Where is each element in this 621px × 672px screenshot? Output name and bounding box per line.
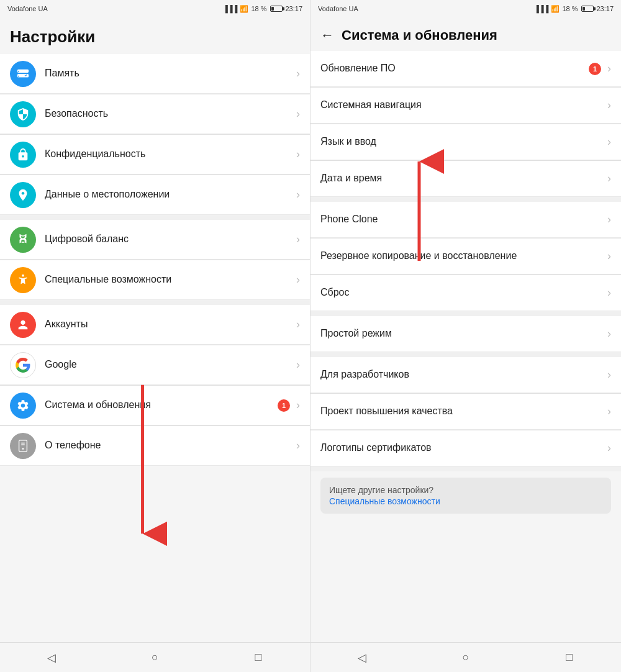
right-item-navigation[interactable]: Системная навигация › [310,88,621,124]
location-label: Данные о местоположении [45,188,294,201]
datetime-label: Дата и время [320,172,605,185]
backup-label: Резервное копирование и восстановление [320,250,605,263]
right-item-datetime[interactable]: Дата и время › [310,161,621,197]
quality-chevron: › [607,405,611,418]
location-chevron: › [296,188,300,201]
accounts-label: Аккаунты [45,318,294,331]
privacy-chevron: › [296,148,300,161]
certificates-chevron: › [607,442,611,455]
left-carrier: Vodafone UA [7,5,48,12]
digital-chevron: › [296,233,300,246]
right-item-reset[interactable]: Сброс › [310,275,621,311]
about-chevron: › [296,439,300,452]
svg-point-4 [22,448,24,450]
right-wifi-icon: 📶 [551,5,560,13]
storage-icon [10,61,36,87]
right-item-quality[interactable]: Проект повышения качества › [310,394,621,430]
storage-chevron: › [296,67,300,80]
accounts-icon [10,312,36,338]
list-item-location[interactable]: Данные о местоположении › [0,175,310,215]
right-header: ← Система и обновления [310,17,621,51]
right-signal-icon: ▐▐▐ [534,5,548,12]
list-item-storage[interactable]: Память › [0,54,310,94]
right-item-simple[interactable]: Простой режим › [310,316,621,352]
left-settings-list: Память › Безопасность › Конфиденциальнос… [0,54,310,642]
left-nav-back[interactable]: ◁ [37,643,66,673]
right-nav-home[interactable]: ○ [451,643,481,673]
reset-chevron: › [607,286,611,299]
right-bottom-nav: ◁ ○ □ [310,642,621,672]
right-nav-back[interactable]: ◁ [347,643,377,673]
right-battery-text: 18 % [562,5,578,12]
list-item-about[interactable]: О телефоне › [0,426,310,466]
language-label: Язык и ввод [320,135,605,148]
reset-label: Сброс [320,286,605,299]
right-item-update[interactable]: Обновление ПО 1 › [310,51,621,87]
system-label: Система и обновления [45,399,278,412]
accessibility-icon [10,267,36,293]
location-icon [10,182,36,208]
right-item-backup[interactable]: Резервное копирование и восстановление › [310,238,621,275]
privacy-label: Конфиденциальность [45,148,294,161]
svg-rect-1 [19,440,27,451]
list-item-google[interactable]: Google › [0,345,310,385]
list-item-digital[interactable]: Цифровой баланс › [0,220,310,260]
list-item-accounts[interactable]: Аккаунты › [0,305,310,345]
list-item-privacy[interactable]: Конфиденциальность › [0,135,310,175]
about-label: О телефоне [45,439,294,452]
left-status-right: ▐▐▐ 📶 18 % 23:17 [223,5,302,13]
system-icon [10,393,36,419]
svg-point-0 [22,274,24,276]
right-carrier: Vodafone UA [318,5,358,12]
update-label: Обновление ПО [320,62,589,75]
list-item-accessibility[interactable]: Специальные возможности › [0,260,310,300]
google-label: Google [45,358,294,371]
right-item-developer[interactable]: Для разработчиков › [310,357,621,393]
back-button[interactable]: ← [320,27,334,43]
storage-label: Память [45,67,294,80]
language-chevron: › [607,135,611,148]
signal-icon: ▐▐▐ [223,5,237,12]
right-item-language[interactable]: Язык и ввод › [310,124,621,160]
list-item-security[interactable]: Безопасность › [0,94,310,134]
left-battery-text: 18 % [251,5,266,12]
google-chevron: › [296,358,300,371]
list-item-system[interactable]: Система и обновления 1 › [0,386,310,425]
right-settings-list: Обновление ПО 1 › Системная навигация › … [310,51,621,642]
left-title: Настройки [10,27,300,47]
right-battery-icon [581,6,594,12]
security-chevron: › [296,107,300,120]
accessibility-label: Специальные возможности [45,273,294,286]
system-badge: 1 [278,399,290,412]
update-chevron: › [607,62,611,75]
search-link[interactable]: Специальные возможности [329,496,602,506]
right-item-phoneclone[interactable]: Phone Clone › [310,202,621,238]
datetime-chevron: › [607,172,611,185]
search-box: Ищете другие настройки? Специальные возм… [320,478,611,514]
search-prompt: Ищете другие настройки? [329,485,433,495]
left-bottom-nav: ◁ ○ □ [0,642,310,672]
navigation-chevron: › [607,99,611,112]
quality-label: Проект повышения качества [320,405,605,418]
security-icon [10,101,36,127]
accounts-chevron: › [296,318,300,331]
right-item-certificates[interactable]: Логотипы сертификатов › [310,430,621,466]
phoneclone-label: Phone Clone [320,213,605,226]
digital-icon [10,227,36,253]
right-panel: Vodafone UA ▐▐▐ 📶 18 % 23:17 ← Система и… [310,0,621,672]
wifi-icon: 📶 [240,5,248,13]
right-title: Система и обновления [342,27,497,43]
security-label: Безопасность [45,107,294,120]
left-panel: Vodafone UA ▐▐▐ 📶 18 % 23:17 Настройки П… [0,0,310,672]
left-nav-home[interactable]: ○ [140,643,170,673]
right-nav-recents[interactable]: □ [555,643,584,673]
developer-label: Для разработчиков [320,368,605,381]
digital-label: Цифровой баланс [45,233,294,246]
left-battery-icon [270,6,283,12]
left-nav-recents[interactable]: □ [243,643,273,673]
phoneclone-chevron: › [607,213,611,226]
right-time: 23:17 [596,5,614,12]
developer-chevron: › [607,368,611,381]
certificates-label: Логотипы сертификатов [320,442,605,455]
navigation-label: Системная навигация [320,99,605,112]
